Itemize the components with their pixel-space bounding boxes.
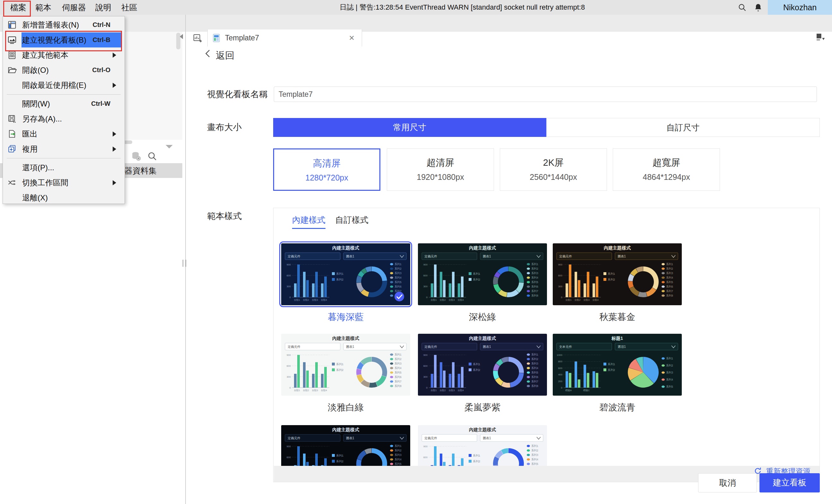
template-card-暮海深藍[interactable]: 內建主題樣式定義元件圖表19006003000分類1分類2分類3分類4系列1系列… xyxy=(281,243,410,323)
notification-bell-icon[interactable] xyxy=(754,3,763,12)
new-template-icon[interactable] xyxy=(192,33,202,43)
submenu-arrow-icon xyxy=(113,132,116,137)
svg-text:系列5: 系列5 xyxy=(531,462,538,466)
canvas-size-tab-1[interactable]: 自訂尺寸 xyxy=(546,118,820,137)
svg-text:系列2: 系列2 xyxy=(336,460,343,463)
template-thumbnail[interactable]: 內建主題樣式定義元件圖表19006003000分類1分類2分類3分類4系列1系列… xyxy=(418,425,547,466)
file-menu-item-4[interactable]: 開啟最近使用檔(E) xyxy=(3,78,125,93)
canvas-size-label: 畫布大小 xyxy=(207,119,242,135)
size-card-1[interactable]: 超清屏1920*1080px xyxy=(387,148,494,191)
template-card-row3-1[interactable]: 內建主題樣式定義元件圖表19006003000分類1分類2分類3分類4系列1系列… xyxy=(418,425,547,466)
svg-text:系列1: 系列1 xyxy=(336,454,343,457)
panel-collapse-triangle-icon[interactable] xyxy=(166,145,173,148)
size-card-0[interactable]: 高清屏1280*720px xyxy=(273,148,380,191)
svg-text:系列1: 系列1 xyxy=(531,262,538,266)
template-thumbnail[interactable]: 內建主題樣式定義元件圖表19006003000分類1分類2分類3分類4系列1系列… xyxy=(281,334,410,396)
back-button[interactable]: 返回 xyxy=(204,49,300,62)
menubar-item-1[interactable]: 範本 xyxy=(35,0,51,15)
dataset-disabled-icon[interactable] xyxy=(131,151,142,162)
menu-item-label: 複用 xyxy=(22,144,37,154)
template-name-label[interactable]: 深松綠 xyxy=(418,311,547,323)
file-menu-item-2[interactable]: 建立其他範本 xyxy=(3,48,125,62)
sidebar-collapse-arrow-icon[interactable] xyxy=(180,34,183,39)
svg-text:系列4: 系列4 xyxy=(394,458,401,461)
template-card-深松綠[interactable]: 內建主題樣式定義元件圖表19006003000分類1分類2分類3分類4系列1系列… xyxy=(418,243,547,323)
document-tab[interactable]: Template7 ✕ xyxy=(207,29,362,47)
file-menu-item-9[interactable]: 複用 xyxy=(3,141,125,157)
svg-text:标题1: 标题1 xyxy=(611,336,623,341)
svg-text:系列6: 系列6 xyxy=(394,375,401,379)
file-menu-item-12[interactable]: 切換工作區間 xyxy=(3,175,125,190)
sidebar-divider[interactable] xyxy=(185,15,186,504)
menubar-item-4[interactable]: 社區 xyxy=(121,0,137,15)
size-card-dimensions: 4864*1294px xyxy=(613,172,720,182)
svg-text:選項1: 選項1 xyxy=(618,345,626,348)
file-menu-item-1[interactable]: 建立視覺化看板(B)Ctrl-B xyxy=(3,32,125,48)
create-dashboard-button[interactable]: 建立看板 xyxy=(759,473,820,493)
svg-text:圖表1: 圖表1 xyxy=(483,345,491,348)
svg-text:系列1: 系列1 xyxy=(336,272,343,275)
menu-item-label: 選項(P)... xyxy=(22,163,54,173)
menubar-item-3[interactable]: 說明 xyxy=(95,0,111,15)
cancel-button[interactable]: 取消 xyxy=(698,473,757,493)
template-card-碧波流青[interactable]: 标题1文本元件選項110008006004002000標籤A標籤C系列1系列2系… xyxy=(553,334,682,414)
svg-text:系列2: 系列2 xyxy=(394,449,401,452)
template-name-label[interactable]: 淡雅白綠 xyxy=(281,401,410,414)
svg-text:300: 300 xyxy=(287,375,291,378)
svg-text:0: 0 xyxy=(561,296,563,299)
svg-text:圖表1: 圖表1 xyxy=(346,345,354,348)
template-card-柔嵐夢紫[interactable]: 內建主題樣式定義元件圖表19006003000分類1分類2分類3分類4系列1系列… xyxy=(418,334,547,414)
file-menu-item-13[interactable]: 退離(X) xyxy=(3,190,125,205)
canvas-size-tab-0[interactable]: 常用尺寸 xyxy=(273,118,546,137)
svg-text:分類1: 分類1 xyxy=(431,389,437,392)
blank-icon xyxy=(7,99,20,109)
svg-text:300: 300 xyxy=(287,285,291,288)
dock-layout-icon[interactable] xyxy=(815,32,825,42)
svg-text:分類4: 分類4 xyxy=(321,299,327,301)
template-name-label[interactable]: 秋葉暮金 xyxy=(553,311,682,323)
svg-text:系列1: 系列1 xyxy=(531,444,538,448)
template-name-label[interactable]: 碧波流青 xyxy=(553,401,682,414)
template-thumbnail[interactable]: 內建主題樣式定義元件圖表19006003000分類1分類2分類3分類4系列1系列… xyxy=(281,243,410,305)
svg-text:內建主題樣式: 內建主題樣式 xyxy=(332,427,359,432)
dataset-search-icon[interactable] xyxy=(147,151,157,161)
svg-text:分類3: 分類3 xyxy=(448,299,454,301)
svg-text:0: 0 xyxy=(426,296,428,299)
template-name-label[interactable]: 柔嵐夢紫 xyxy=(418,401,547,414)
svg-text:系列1: 系列1 xyxy=(608,272,615,275)
size-card-3[interactable]: 超寬屏4864*1294px xyxy=(613,148,720,191)
size-card-name: 超清屏 xyxy=(387,157,494,169)
menubar-item-2[interactable]: 伺服器 xyxy=(62,0,86,15)
dashboard-name-input[interactable]: Template7 xyxy=(274,87,817,102)
template-card-淡雅白綠[interactable]: 內建主題樣式定義元件圖表19006003000分類1分類2分類3分類4系列1系列… xyxy=(281,334,410,414)
size-card-2[interactable]: 2K屏2560*1440px xyxy=(500,148,607,191)
search-icon[interactable] xyxy=(738,3,747,12)
template-card-row3-0[interactable]: 內建主題樣式定義元件圖表19006003000分類1分類2分類3分類4系列1系列… xyxy=(281,425,410,466)
template-thumbnail[interactable]: 內建主題樣式定義元件圖表19006003000分類1分類2分類3分類4系列1系列… xyxy=(553,243,682,305)
menu-item-shortcut: Ctrl-W xyxy=(91,100,110,107)
style-tab-0[interactable]: 內建樣式 xyxy=(292,215,326,226)
menubar-item-0[interactable]: 檔案 xyxy=(10,0,26,15)
splitter-drag-handle[interactable] xyxy=(183,260,186,267)
template-thumbnail[interactable]: 內建主題樣式定義元件圖表19006003000分類1分類2分類3分類4系列1系列… xyxy=(418,334,547,396)
template-thumbnail[interactable]: 标题1文本元件選項110008006004002000標籤A標籤C系列1系列2系… xyxy=(553,334,682,396)
svg-text:系列2: 系列2 xyxy=(531,267,538,270)
template-name-label[interactable]: 暮海深藍 xyxy=(281,311,410,323)
file-menu-item-11[interactable]: 選項(P)... xyxy=(3,160,125,175)
svg-text:內建主題樣式: 內建主題樣式 xyxy=(469,427,496,432)
svg-text:600: 600 xyxy=(287,456,291,459)
file-menu-item-0[interactable]: 新增普通報表(N)Ctrl-N xyxy=(3,17,125,32)
file-menu-item-3[interactable]: 開啟(O)Ctrl-O xyxy=(3,62,125,78)
file-menu-item-8[interactable]: 匯出 xyxy=(3,126,125,141)
svg-text:系列5: 系列5 xyxy=(394,281,401,284)
svg-text:分類2: 分類2 xyxy=(303,389,309,392)
file-menu-item-6[interactable]: 關閉(W)Ctrl-W xyxy=(3,96,125,111)
svg-text:系列4: 系列4 xyxy=(531,366,538,370)
style-tab-1[interactable]: 自訂樣式 xyxy=(335,215,368,226)
template-card-秋葉暮金[interactable]: 內建主題樣式定義元件圖表19006003000分類1分類2分類3分類4系列1系列… xyxy=(553,243,682,323)
template-thumbnail[interactable]: 內建主題樣式定義元件圖表19006003000分類1分類2分類3分類4系列1系列… xyxy=(418,243,547,305)
tab-close-icon[interactable]: ✕ xyxy=(349,29,355,47)
file-menu-item-7[interactable]: 另存為(A)... xyxy=(3,111,125,126)
user-account-chip[interactable]: Nikozhan xyxy=(768,0,832,15)
template-thumbnail[interactable]: 內建主題樣式定義元件圖表19006003000分類1分類2分類3分類4系列1系列… xyxy=(281,425,410,466)
